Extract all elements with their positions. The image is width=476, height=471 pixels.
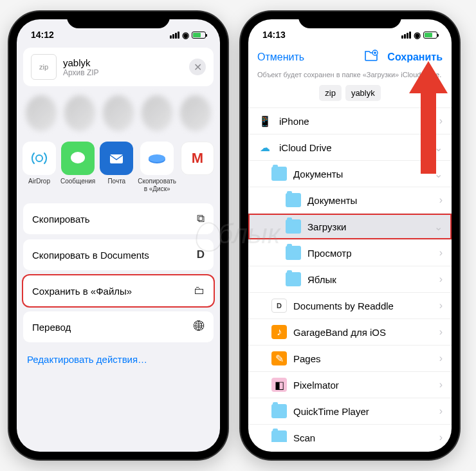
battery-icon: [192, 32, 206, 39]
globe-icon: 🌐︎: [194, 320, 205, 333]
chevron-right-icon: ›: [439, 326, 443, 338]
chevron-right-icon: ›: [439, 300, 443, 311]
row-label: iPhone: [279, 116, 309, 127]
action-label: Скопировать в Documents: [32, 250, 149, 261]
share-airdrop[interactable]: AirDrop: [22, 142, 57, 193]
messages-icon: [61, 142, 95, 175]
action-copy[interactable]: Скопировать ⧉: [23, 203, 214, 234]
folder-list[interactable]: 📱 iPhone › ☁ iCloud Drive ⌄ Документы ⌄ …: [248, 107, 452, 442]
documents-app-icon: D: [197, 248, 205, 261]
row-folder[interactable]: Яблык ›: [248, 266, 452, 293]
share-gmail[interactable]: M: [180, 142, 215, 193]
name-chip[interactable]: yablyk: [345, 85, 381, 101]
save-button[interactable]: Сохранить: [387, 51, 443, 63]
avatar[interactable]: [26, 95, 57, 131]
folder-icon: [286, 272, 301, 286]
folder-icon: [286, 246, 301, 260]
chevron-right-icon: ›: [439, 353, 443, 364]
status-icons: ◉: [170, 30, 206, 40]
screen-files-save: 14:13 ◉ Отменить Сохранить Объект будет …: [248, 19, 452, 452]
row-app[interactable]: D Documents by Readdle ›: [248, 293, 452, 319]
device-icon: 📱: [257, 114, 273, 128]
share-label: AirDrop: [22, 178, 57, 185]
action-translate[interactable]: Перевод 🌐︎: [23, 311, 214, 342]
cloud-icon: ☁: [257, 140, 273, 154]
svg-point-1: [71, 152, 85, 163]
row-label: Документы: [293, 169, 343, 180]
row-folder[interactable]: Scan ›: [248, 425, 452, 442]
row-icloud[interactable]: ☁ iCloud Drive ⌄: [248, 134, 452, 161]
folder-icon: 🗀: [194, 284, 205, 297]
folder-icon: [271, 430, 287, 442]
row-app[interactable]: ♪ GarageBand для iOS ›: [248, 319, 452, 346]
folder-icon: [271, 167, 287, 181]
status-time: 14:13: [262, 30, 286, 40]
zip-badge-icon: zip: [31, 54, 57, 80]
avatar[interactable]: [64, 95, 95, 131]
gmail-icon: M: [181, 142, 214, 175]
wifi-icon: ◉: [182, 30, 189, 40]
close-icon[interactable]: ✕: [189, 59, 206, 75]
file-header: zip yablyk Архив ZIP ✕: [23, 48, 214, 86]
action-copy-documents[interactable]: Скопировать в Documents D: [23, 239, 214, 270]
row-folder[interactable]: QuickTime Player ›: [248, 398, 452, 425]
row-label: Документы: [307, 195, 357, 206]
action-label: Скопировать: [32, 214, 90, 225]
nav-bar: Отменить Сохранить: [248, 45, 452, 69]
row-label: Pages: [293, 353, 321, 364]
action-label: Перевод: [32, 322, 71, 333]
chevron-right-icon: ›: [439, 194, 443, 206]
row-downloads[interactable]: Загрузки ⌄: [248, 214, 452, 240]
save-info-text: Объект будет сохранен в папке «Загрузки»…: [248, 69, 452, 85]
airdrop-contacts-row: [17, 89, 220, 138]
row-label: Pixelmator: [293, 380, 339, 391]
signal-icon: [170, 32, 179, 39]
edit-actions-link[interactable]: Редактировать действия…: [17, 347, 220, 371]
row-iphone[interactable]: 📱 iPhone ›: [248, 108, 452, 134]
row-label: Documents by Readdle: [293, 300, 394, 311]
svg-point-4: [149, 154, 165, 162]
airdrop-icon: [23, 142, 56, 175]
share-disk[interactable]: Скопировать в «Диск»: [138, 142, 176, 193]
folder-icon: [286, 219, 301, 234]
phone-right: 14:13 ◉ Отменить Сохранить Объект будет …: [241, 12, 459, 459]
row-folder[interactable]: Документы ⌄: [248, 161, 452, 187]
disk-icon: [140, 142, 174, 175]
row-label: Загрузки: [307, 221, 346, 232]
row-folder[interactable]: Документы ›: [248, 187, 452, 214]
chevron-right-icon: ›: [439, 247, 443, 259]
svg-rect-2: [110, 154, 123, 163]
svg-point-0: [36, 155, 42, 162]
share-messages[interactable]: Сообщения: [60, 142, 95, 193]
status-icons: ◉: [401, 30, 437, 40]
share-mail[interactable]: Почта: [99, 142, 134, 193]
row-label: QuickTime Player: [293, 406, 369, 417]
phone-left: 14:12 ◉ zip yablyk Архив ZIP ✕: [9, 12, 228, 459]
file-name: yablyk: [63, 57, 183, 68]
wifi-icon: ◉: [414, 30, 421, 40]
new-folder-icon[interactable]: [364, 49, 378, 65]
pages-icon: ✎: [271, 351, 287, 365]
chevron-right-icon: ›: [439, 405, 443, 417]
mail-icon: [100, 142, 133, 175]
action-save-to-files[interactable]: Сохранить в «Файлы» 🗀: [23, 275, 214, 306]
action-label: Сохранить в «Файлы»: [32, 286, 132, 297]
share-label: Скопировать в «Диск»: [138, 178, 176, 193]
row-app[interactable]: ◧ Pixelmator ›: [248, 372, 452, 398]
row-app[interactable]: ✎ Pages ›: [248, 346, 452, 372]
screen-share-sheet: 14:12 ◉ zip yablyk Архив ZIP ✕: [17, 19, 220, 452]
row-folder[interactable]: Просмотр ›: [248, 240, 452, 266]
avatar[interactable]: [142, 95, 172, 131]
pixelmator-icon: ◧: [271, 378, 287, 392]
cancel-button[interactable]: Отменить: [257, 51, 304, 63]
avatar[interactable]: [180, 95, 211, 131]
avatar[interactable]: [103, 95, 134, 131]
share-apps-row: AirDrop Сообщения Почта Скопировать в «Д…: [17, 135, 220, 199]
garageband-icon: ♪: [271, 325, 287, 339]
folder-icon: [286, 193, 301, 207]
row-label: GarageBand для iOS: [293, 327, 386, 338]
status-time: 14:12: [31, 30, 54, 40]
chevron-down-icon: ⌄: [434, 168, 443, 180]
zip-chip: zip: [319, 85, 342, 101]
file-subtitle: Архив ZIP: [63, 68, 183, 77]
